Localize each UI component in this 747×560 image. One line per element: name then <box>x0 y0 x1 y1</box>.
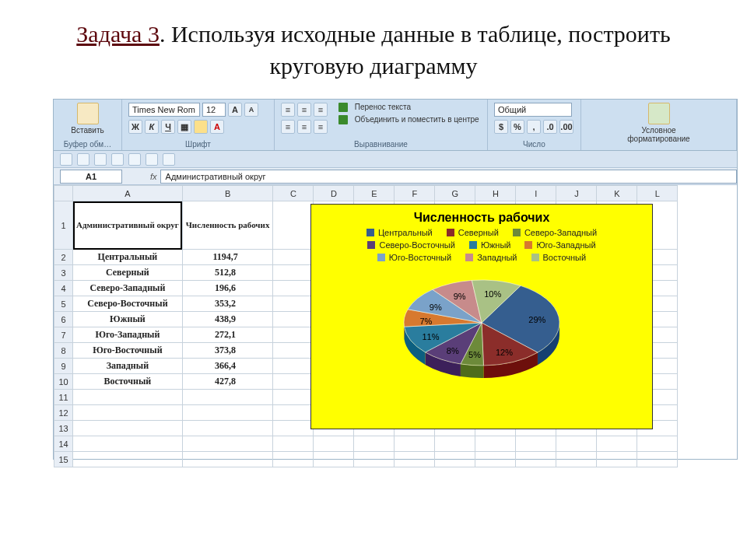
borders-button[interactable]: ▦ <box>177 120 191 134</box>
col-header[interactable]: F <box>395 186 435 201</box>
row-header[interactable]: 12 <box>54 405 73 421</box>
row-header[interactable]: 6 <box>54 312 73 327</box>
row-header[interactable]: 9 <box>54 359 73 374</box>
cell[interactable]: 512,8 <box>182 265 273 281</box>
cell[interactable] <box>314 436 354 452</box>
cell[interactable] <box>182 405 273 421</box>
row-header[interactable]: 15 <box>54 452 73 467</box>
cell[interactable]: 272,1 <box>182 327 273 343</box>
row-header[interactable]: 10 <box>54 374 73 390</box>
row-header[interactable]: 1 <box>54 201 73 250</box>
cell[interactable] <box>273 390 314 405</box>
currency-button[interactable]: $ <box>494 120 508 134</box>
comma-button[interactable]: , <box>527 120 541 134</box>
cell[interactable]: Юго-Восточный <box>73 343 183 359</box>
align-left-button[interactable]: ≡ <box>281 120 295 134</box>
cell[interactable] <box>273 374 314 390</box>
formula-input[interactable]: Административный округ <box>160 170 737 184</box>
col-header[interactable]: D <box>314 186 354 201</box>
row-header[interactable]: 8 <box>54 343 73 359</box>
grow-font-button[interactable]: A <box>228 103 242 117</box>
cell[interactable]: Административный округ <box>73 201 183 250</box>
row-header[interactable]: 5 <box>54 296 73 312</box>
underline-button[interactable]: Ч <box>161 120 175 134</box>
col-header[interactable]: G <box>435 186 475 201</box>
worksheet[interactable]: ABCDEFGHIJKL1Административный округЧисле… <box>54 185 737 459</box>
cell[interactable]: Юго-Западный <box>73 327 183 343</box>
font-size-select[interactable]: 12 <box>202 103 226 117</box>
row-header[interactable]: 14 <box>54 436 73 452</box>
col-header[interactable]: A <box>73 186 183 201</box>
cell[interactable] <box>182 421 273 436</box>
cell[interactable]: 373,8 <box>182 343 273 359</box>
cell[interactable]: Восточный <box>73 374 183 390</box>
cell[interactable]: Центральный <box>73 250 183 265</box>
cell[interactable]: Южный <box>73 312 183 327</box>
cell[interactable] <box>273 250 314 265</box>
cell[interactable] <box>556 452 597 467</box>
font-name-select[interactable]: Times New Rom <box>128 103 200 117</box>
align-right-button[interactable]: ≡ <box>314 120 328 134</box>
qat-preview-button[interactable] <box>128 153 141 166</box>
cell[interactable] <box>273 405 314 421</box>
conditional-fmt-button[interactable]: Условное форматирование <box>616 126 702 143</box>
col-header[interactable]: C <box>273 186 314 201</box>
cell[interactable] <box>273 343 314 359</box>
qat-open-button[interactable] <box>163 153 175 166</box>
cell[interactable] <box>475 436 516 452</box>
cell[interactable]: Северный <box>73 265 183 281</box>
cell[interactable] <box>182 390 273 405</box>
align-center-button[interactable]: ≡ <box>297 120 311 134</box>
cell[interactable]: Западный <box>73 359 183 374</box>
cell[interactable]: 196,6 <box>182 281 273 296</box>
cell[interactable] <box>395 452 435 467</box>
cell[interactable] <box>73 405 183 421</box>
col-header[interactable]: I <box>516 186 556 201</box>
cell[interactable] <box>273 421 314 436</box>
cell[interactable] <box>516 452 556 467</box>
cell[interactable]: 427,8 <box>182 374 273 390</box>
cell[interactable] <box>516 436 556 452</box>
number-format-select[interactable]: Общий <box>494 103 572 117</box>
col-header[interactable]: J <box>556 186 597 201</box>
cell[interactable] <box>182 452 273 467</box>
cell[interactable] <box>273 312 314 327</box>
col-header[interactable]: K <box>597 186 637 201</box>
align-bottom-button[interactable]: ≡ <box>314 103 328 117</box>
cell[interactable] <box>273 265 314 281</box>
italic-button[interactable]: К <box>145 120 159 134</box>
cell[interactable] <box>435 436 475 452</box>
cell[interactable]: 366,4 <box>182 359 273 374</box>
name-box[interactable]: A1 <box>60 170 122 184</box>
cell[interactable] <box>354 436 395 452</box>
paste-icon[interactable] <box>77 103 99 124</box>
qat-print-button[interactable] <box>111 153 124 166</box>
qat-undo-button[interactable] <box>77 153 89 166</box>
cell[interactable] <box>273 281 314 296</box>
cell[interactable] <box>475 452 516 467</box>
cell[interactable] <box>637 452 678 467</box>
cell[interactable] <box>556 436 597 452</box>
chart-object[interactable]: Численность рабочих ЦентральныйСеверныйС… <box>310 204 653 429</box>
col-header[interactable]: H <box>475 186 516 201</box>
cell[interactable] <box>273 359 314 374</box>
row-header[interactable]: 4 <box>54 281 73 296</box>
wrap-text-button[interactable]: Перенос текста <box>338 103 479 112</box>
dec-decimal-button[interactable]: .00 <box>559 120 573 134</box>
inc-decimal-button[interactable]: .0 <box>543 120 557 134</box>
cell[interactable] <box>73 421 183 436</box>
col-header[interactable]: B <box>182 186 273 201</box>
fill-color-button[interactable] <box>194 120 208 134</box>
cell[interactable] <box>73 390 183 405</box>
merge-center-button[interactable]: Объединить и поместить в центре <box>338 115 479 124</box>
row-header[interactable]: 3 <box>54 265 73 281</box>
row-header[interactable]: 13 <box>54 421 73 436</box>
cell[interactable]: 438,9 <box>182 312 273 327</box>
col-header[interactable]: E <box>354 186 395 201</box>
cell[interactable]: Северо-Восточный <box>73 296 183 312</box>
qat-new-button[interactable] <box>146 153 158 166</box>
conditional-fmt-icon[interactable] <box>648 103 670 124</box>
cell[interactable] <box>597 436 637 452</box>
cell[interactable] <box>273 327 314 343</box>
row-header[interactable]: 2 <box>54 250 73 265</box>
